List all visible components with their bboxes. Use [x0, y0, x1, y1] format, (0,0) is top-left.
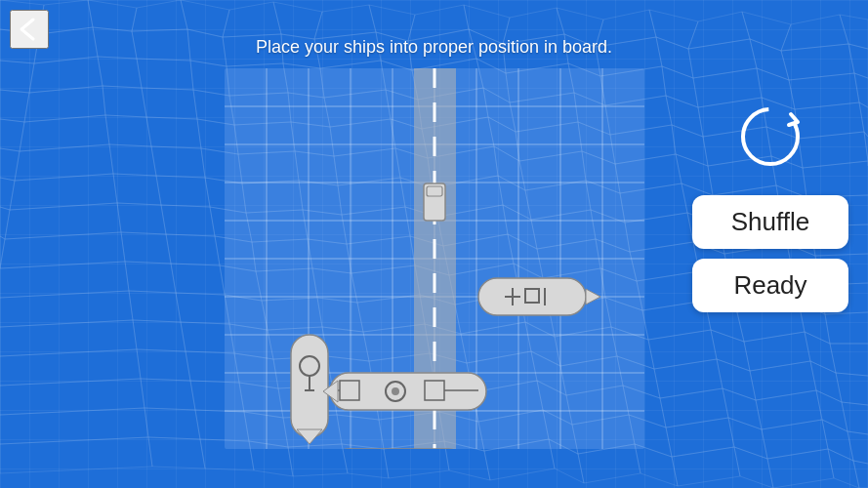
svg-point-324	[392, 387, 399, 395]
svg-marker-280	[635, 444, 678, 486]
svg-marker-60	[142, 88, 197, 119]
svg-marker-270	[148, 437, 205, 468]
svg-marker-279	[578, 444, 641, 483]
svg-marker-248	[723, 388, 762, 429]
svg-marker-268	[847, 431, 868, 464]
svg-marker-40	[98, 57, 142, 88]
svg-marker-265	[728, 418, 767, 459]
right-panel: Shuffle Ready	[692, 98, 848, 312]
svg-marker-247	[660, 388, 728, 427]
svg-marker-214	[711, 330, 750, 371]
svg-marker-38	[0, 61, 34, 93]
svg-marker-186	[176, 293, 229, 324]
svg-marker-281	[672, 447, 740, 486]
svg-marker-231	[717, 359, 756, 400]
svg-marker-269	[0, 437, 152, 473]
svg-marker-79	[146, 117, 201, 148]
svg-marker-213	[648, 330, 717, 369]
svg-marker-284	[828, 449, 859, 488]
svg-marker-8	[369, 5, 415, 41]
svg-marker-21	[93, 27, 137, 59]
svg-rect-320	[330, 373, 486, 410]
svg-marker-15	[688, 12, 750, 49]
svg-marker-219	[137, 349, 190, 381]
svg-marker-151	[121, 232, 171, 264]
ready-label: Ready	[733, 270, 806, 301]
svg-marker-233	[810, 361, 842, 402]
svg-marker-131	[0, 207, 10, 239]
svg-marker-267	[822, 420, 853, 461]
svg-marker-18	[840, 15, 868, 49]
svg-marker-282	[734, 447, 773, 488]
instruction-text: Place your ships into proper position in…	[256, 37, 612, 58]
svg-marker-234	[836, 373, 868, 405]
svg-marker-168	[125, 262, 176, 293]
svg-marker-217	[830, 344, 868, 376]
svg-marker-97	[109, 144, 156, 176]
svg-marker-7	[314, 5, 376, 39]
svg-marker-253	[145, 408, 200, 439]
svg-marker-285	[853, 461, 868, 488]
svg-marker-78	[105, 115, 151, 146]
svg-marker-41	[137, 59, 193, 90]
svg-marker-98	[151, 146, 205, 178]
svg-marker-6	[273, 2, 322, 39]
svg-marker-264	[666, 418, 734, 457]
svg-marker-202	[133, 320, 186, 351]
svg-marker-3	[132, 0, 187, 31]
svg-marker-215	[744, 332, 810, 371]
svg-marker-5	[223, 2, 281, 37]
ready-button[interactable]: Ready	[692, 259, 848, 312]
svg-marker-115	[113, 174, 161, 205]
svg-marker-249	[756, 390, 822, 429]
svg-marker-216	[805, 332, 836, 373]
svg-rect-309	[478, 278, 586, 315]
svg-marker-169	[171, 264, 225, 295]
svg-marker-185	[129, 291, 181, 322]
svg-marker-95	[0, 148, 20, 181]
svg-marker-133	[117, 203, 166, 234]
svg-marker-230	[654, 359, 723, 398]
svg-marker-33	[656, 37, 693, 78]
svg-marker-251	[842, 402, 868, 434]
svg-marker-283	[767, 449, 834, 488]
svg-marker-59	[103, 86, 146, 117]
shuffle-button[interactable]: Shuffle	[692, 195, 848, 249]
svg-marker-250	[816, 390, 847, 431]
svg-marker-56	[854, 73, 868, 107]
svg-marker-134	[161, 205, 215, 236]
svg-marker-200	[825, 312, 868, 344]
svg-marker-34	[688, 39, 757, 78]
game-board	[225, 68, 644, 449]
svg-marker-266	[762, 420, 828, 459]
svg-marker-232	[750, 361, 816, 400]
svg-marker-37	[848, 44, 868, 78]
back-button[interactable]	[10, 10, 49, 49]
rotate-button[interactable]	[731, 98, 809, 176]
svg-marker-274	[342, 444, 389, 478]
svg-marker-116	[156, 176, 210, 207]
shuffle-label: Shuffle	[731, 207, 809, 237]
svg-marker-22	[132, 29, 190, 61]
svg-marker-2	[88, 0, 137, 31]
svg-marker-236	[141, 379, 195, 410]
svg-marker-152	[166, 234, 220, 265]
svg-point-332	[743, 109, 798, 164]
